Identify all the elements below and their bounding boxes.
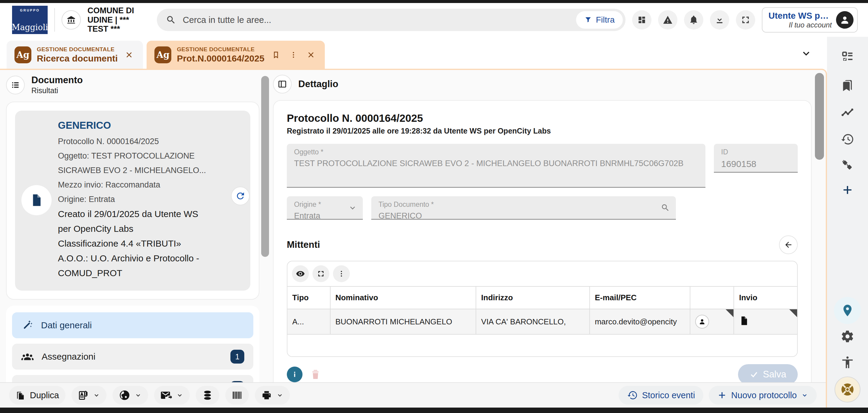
cell-tipo[interactable]: A... [287, 309, 330, 334]
tab-ricerca-documenti[interactable]: Ag GESTIONE DOCUMENTALE Ricerca document… [7, 41, 143, 69]
table-row[interactable]: A... BUONARROTI MICHELANGELO VIA CA' BAR… [287, 309, 797, 334]
cell-contact[interactable] [690, 309, 734, 334]
col-extra[interactable] [690, 286, 734, 309]
tab-more-options-icon[interactable] [287, 49, 300, 61]
col-indirizzo[interactable]: Indirizzo [476, 286, 590, 309]
nav-item-assegnazioni[interactable]: Assegnazioni 1 [12, 344, 253, 370]
table-visibility-button[interactable] [292, 265, 309, 282]
close-tab-icon[interactable] [305, 49, 317, 61]
arrow-left-icon [784, 240, 793, 249]
result-detail-line: A.O.O.: U.O. Archivio e Protocollo - [58, 251, 243, 265]
barcode-button[interactable] [225, 386, 249, 405]
add-panel-icon[interactable] [841, 184, 854, 196]
info-button[interactable] [287, 367, 303, 382]
bookmarks-icon[interactable] [841, 79, 854, 92]
plus-icon [717, 390, 727, 400]
tab-title-label: Ricerca documenti [37, 53, 118, 64]
mittenti-back-button[interactable] [779, 235, 798, 254]
col-tipo[interactable]: Tipo [287, 286, 330, 309]
event-history-label: Storico eventi [642, 390, 695, 400]
download-button[interactable] [710, 10, 729, 30]
nav-item-label: Assegnazioni [42, 351, 95, 362]
detail-layout-button[interactable] [273, 75, 292, 93]
account-menu-button[interactable]: Utente WS per ... Il tuo account [762, 7, 858, 33]
accessibility-icon[interactable] [841, 355, 855, 369]
tasks-checklist-icon[interactable] [841, 50, 854, 63]
panel-splitter-handle[interactable] [261, 76, 269, 257]
save-button[interactable]: Salva [738, 364, 798, 385]
col-nominativo[interactable]: Nominativo [330, 286, 476, 309]
help-wheel-icon[interactable] [835, 377, 861, 403]
cell-invio[interactable] [734, 309, 797, 334]
tipo-documento-value: GENERICO [378, 211, 669, 221]
close-tab-icon[interactable] [123, 49, 135, 61]
print-button[interactable] [255, 386, 290, 405]
info-icon [290, 370, 299, 379]
cell-email[interactable]: marco.devito@opencity [590, 309, 690, 334]
table-header-row: Tipo Nominativo Indirizzo E-mail/PEC Inv… [287, 286, 797, 309]
document-actions-toolbar: Duplica [0, 382, 826, 408]
chevron-down-icon [176, 391, 183, 399]
document-result-card[interactable]: GENERICO Protocollo N. 0000164/2025 Ogge… [15, 110, 250, 291]
tab-module-label: GESTIONE DOCUMENTALE [177, 46, 264, 53]
chevron-down-icon [93, 391, 100, 399]
tipo-documento-field[interactable]: Tipo Documento * GENERICO [371, 196, 676, 220]
event-history-button[interactable]: Storico eventi [619, 386, 704, 405]
result-category: GENERICO [58, 120, 243, 131]
refresh-result-button[interactable] [231, 187, 250, 205]
cell-indirizzo[interactable]: VIA CA' BARONCELLO, [476, 309, 590, 334]
web-globe-button[interactable] [113, 386, 148, 405]
alerts-button[interactable] [658, 10, 677, 30]
trending-chart-icon[interactable] [841, 105, 855, 119]
delete-button[interactable] [309, 368, 322, 381]
send-mail-button[interactable] [154, 386, 190, 405]
chevron-down-icon [348, 203, 357, 212]
notifications-button[interactable] [684, 10, 703, 30]
fullscreen-button[interactable] [736, 10, 755, 30]
results-list-button[interactable] [6, 76, 25, 94]
location-pin-icon[interactable] [834, 297, 861, 324]
document-file-icon [739, 316, 749, 326]
settings-gear-icon[interactable] [841, 329, 855, 343]
col-email-pec[interactable]: E-mail/PEC [590, 286, 690, 309]
lookup-search-icon[interactable] [661, 203, 670, 212]
detail-scrollbar-thumb[interactable] [815, 73, 824, 160]
cell-nominativo[interactable]: BUONARROTI MICHELANGELO [330, 309, 476, 334]
tab-list-chevron-down-icon[interactable] [801, 48, 811, 59]
label-attachment-button[interactable] [71, 386, 106, 405]
tipo-documento-label: Tipo Documento * [378, 200, 669, 209]
origine-select[interactable]: Origine * Entrata [287, 196, 363, 220]
oggetto-field[interactable]: Oggetto * TEST PROTOCOLLAZIONE SICRAWEB … [287, 144, 706, 188]
organization-button[interactable] [62, 10, 81, 30]
table-more-options-button[interactable] [333, 265, 350, 282]
bookmark-tab-icon[interactable] [270, 49, 282, 61]
id-field[interactable]: ID 1690158 [714, 144, 798, 173]
trash-icon [309, 368, 322, 381]
filter-button[interactable]: Filtra [576, 11, 623, 29]
tab-protocollo-attivo[interactable]: Ag GESTIONE DOCUMENTALE Prot.N.0000164/2… [147, 41, 324, 69]
col-invio[interactable]: Invio [734, 286, 797, 309]
nav-item-dati-generali[interactable]: Dati generali [12, 312, 253, 338]
archive-stack-button[interactable] [196, 386, 219, 405]
id-label: ID [721, 148, 790, 156]
new-protocol-button[interactable]: Nuovo protocollo [709, 386, 817, 405]
expand-icon [317, 270, 325, 278]
bell-icon [689, 15, 699, 25]
global-search-input[interactable]: Cerca in tutte le aree... Filtra [157, 9, 625, 31]
cell-overflow-corner [726, 309, 734, 317]
apps-dashboard-button[interactable] [632, 10, 651, 30]
org-title: COMUNE DI UDINE | *** TEST *** [88, 6, 150, 34]
tab-bar: Ag GESTIONE DOCUMENTALE Ricerca document… [0, 37, 827, 69]
table-expand-button[interactable] [312, 265, 329, 282]
document-attachment-icon [78, 390, 89, 401]
duplicate-button[interactable]: Duplica [9, 386, 65, 405]
integrations-plug-icon[interactable] [841, 159, 854, 172]
new-protocol-label: Nuovo protocollo [731, 390, 797, 400]
result-meta-line: Origine: Entrata [58, 192, 243, 206]
bank-building-icon [66, 14, 76, 25]
chevron-down-icon [276, 391, 283, 399]
protocol-detail-card: Protocollo N. 0000164/2025 Registrato il… [273, 100, 812, 394]
result-detail-line: per OpenCity Labs [58, 221, 243, 236]
history-icon[interactable] [841, 132, 855, 146]
results-panel-subtitle: Risultati [31, 86, 83, 95]
